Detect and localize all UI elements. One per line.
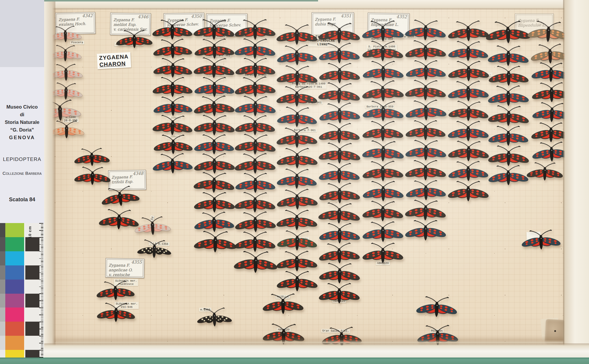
specimen-moth [95,298,138,328]
box-wall-left [44,0,55,364]
grayscale-column [0,223,5,364]
collection-label: Collezione Barbera [0,171,44,176]
card-number: 4348 [133,171,143,176]
color-swatch [5,251,24,265]
specimen-moth [260,288,306,321]
color-swatch [5,265,24,280]
ruler-ticks [39,223,44,364]
box-floor-crease [44,336,589,343]
specimen-moth [134,235,175,265]
color-calibration-chart: 10 cm [0,223,44,364]
gray-swatch [0,223,5,237]
checker-cell [25,322,39,336]
gray-swatch [0,265,5,280]
cork-pad-pin [554,330,556,332]
specimen-moth [403,215,448,247]
gray-swatch [0,308,5,322]
specimen-moth [486,160,531,192]
gray-swatch [0,294,5,308]
checker-cell [25,265,39,280]
museum-name-line: GENOVA [0,134,44,141]
specimen-moth [360,238,406,270]
gray-swatch [0,280,5,294]
specimen-moth [231,245,280,280]
specimen-moth [317,278,362,310]
museum-name-line: Museo Civico [0,103,44,111]
museum-name-line: Storia Naturale [0,118,44,126]
checker-cell [25,294,39,308]
box-number-label: Scatola 84 [0,197,44,203]
color-swatch-column [5,223,24,364]
photo-info-strip: Museo CivicodiStoria Naturale“G. Doria”G… [0,0,44,364]
checker-cell [25,280,39,294]
specimen-moth [193,303,235,333]
specimen-moth [114,25,155,54]
specimen-moth [150,148,195,180]
museum-name-line: “G. Doria” [0,126,44,134]
card-text: Zygaena F. angelicae O. v. rentsche [109,263,133,277]
gray-swatch [0,237,5,251]
specimen-moth [519,225,563,256]
color-swatch [5,322,24,336]
box-wall-right [563,0,589,355]
gray-swatch [0,336,5,350]
checker-cell [25,308,39,322]
museum-name: Museo CivicodiStoria Naturale“G. Doria”G… [0,103,44,141]
color-swatch [5,280,24,294]
specimen-moth [414,291,460,324]
museum-label: Museo CivicodiStoria Naturale“G. Doria”G… [0,67,44,223]
gray-swatch [0,322,5,336]
color-swatch [5,308,24,322]
ruler-major-ticks [39,223,43,364]
section-label: LEPIDOPTERA [0,157,44,162]
checker-cell [25,251,39,265]
gray-swatch [0,251,5,265]
color-swatch [5,223,24,237]
checker-cell [25,336,39,350]
checker-column [25,223,39,364]
box-green-edge [0,358,589,364]
box-lid-edge [44,0,318,1]
museum-name-line: di [0,111,44,118]
specimen-moth [525,158,565,187]
specimen-moth [446,176,491,208]
strip-top-section [0,0,44,67]
marker-line: CHARON [99,60,129,68]
ruler-scale-label: 10 cm [28,226,32,238]
checker-cell [25,237,39,251]
color-swatch [5,336,24,350]
marker-label: ZYGAENACHARON [97,52,131,69]
box-rim-bottom [44,343,589,358]
specimen-box-photo: 4342Zygaena F. exulans Hoch.4346Zygaena … [0,0,589,364]
color-swatch [5,294,24,308]
color-swatch [5,237,24,251]
